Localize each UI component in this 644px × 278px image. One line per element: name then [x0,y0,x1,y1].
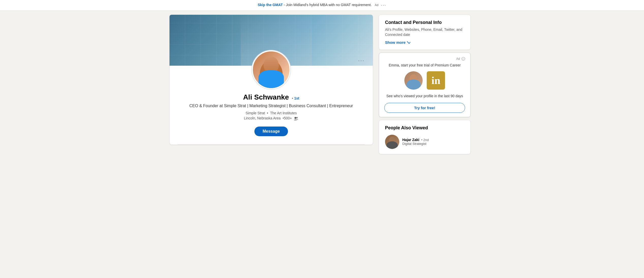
linkedin-premium-logo: in [427,71,445,90]
location-text: Lincoln, Nebraska Area [244,116,281,120]
person-name-text: Hajar Zaki [402,138,419,142]
profile-body: ··· Ali Schwanke • 1st CEO & Founder at … [170,50,373,144]
profile-meta: Simple Strat • The Art Institutes [178,111,365,115]
person-degree-badge: • 2nd [420,138,429,142]
top-ad-body: - Join Midland's hybrid MBA with no GMAT… [284,3,372,7]
ad-header: Ad ▷ [384,57,465,61]
profile-school: The Art Institutes [270,111,297,115]
people-also-viewed-card: People Also Viewed Hajar Zaki • 2nd Digi… [379,120,470,154]
svg-point-0 [295,117,296,119]
avatar-shirt [258,70,284,88]
contact-info-description: Ali's Profile, Websites, Phone, Email, T… [385,27,464,37]
connection-count: 500+ [284,116,292,120]
profile-card: ··· Ali Schwanke • 1st CEO & Founder at … [170,15,373,145]
degree-label: 1st [294,96,299,100]
profile-name: Ali Schwanke • 1st [178,93,365,101]
premium-user-avatar [404,71,423,90]
show-more-button[interactable]: Show more [385,40,410,45]
people-list-item[interactable]: Hajar Zaki • 2nd Digital Strategist [385,135,464,149]
chevron-down-icon [407,40,410,44]
premium-ad-card: Ad ▷ Emma, start your free trial of Prem… [379,53,470,117]
top-ad-bar: Skip the GMAT - Join Midland's hybrid MB… [0,0,644,11]
contact-info-card: Contact and Personal Info Ali's Profile,… [379,15,470,50]
person-job-title: Digital Strategist [402,142,429,146]
person-info: Hajar Zaki • 2nd Digital Strategist [402,138,429,146]
connection-degree-badge: • 1st [291,96,299,100]
show-more-label: Show more [385,40,406,45]
contact-info-title: Contact and Personal Info [385,20,464,25]
try-free-button[interactable]: Try for free! [384,103,465,113]
premium-ad-headline: Emma, start your free trial of Premium C… [384,63,465,67]
right-sidebar: Contact and Personal Info Ali's Profile,… [379,15,470,154]
person-name: Hajar Zaki • 2nd [402,138,429,142]
profile-actions: Message [178,127,365,136]
profile-headline: CEO & Founder at Simple Strat | Marketin… [178,103,365,109]
ad-play-icon: ▷ [462,57,465,61]
person-avatar [385,135,399,149]
top-ad-link[interactable]: Skip the GMAT [258,3,283,7]
connections-icon [294,116,298,120]
premium-visuals: in [384,71,465,90]
profile-company: Simple Strat [246,111,265,115]
profile-location: Lincoln, Nebraska Area •500+ [178,116,365,120]
avatar-container [178,50,365,89]
svg-point-1 [296,117,298,119]
premium-ad-description: See who's viewed your profile in the las… [384,94,465,99]
ad-label: Ad [456,57,460,61]
people-also-viewed-title: People Also Viewed [385,125,464,131]
main-layout: ··· Ali Schwanke • 1st CEO & Founder at … [170,11,474,158]
avatar [252,50,290,89]
top-ad-more-button[interactable]: ··· [381,3,386,8]
profile-name-text: Ali Schwanke [243,93,289,101]
message-button[interactable]: Message [254,127,288,136]
top-ad-label: Ad [375,3,378,7]
profile-divider [178,144,365,145]
